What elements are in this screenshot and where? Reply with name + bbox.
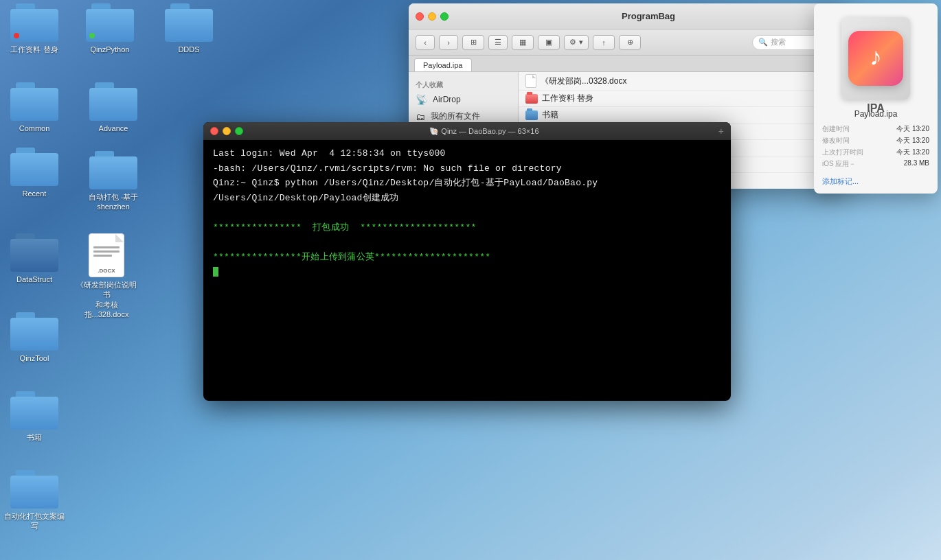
desktop-icon-label: DDDS	[178, 45, 199, 54]
search-placeholder: 搜索	[771, 37, 786, 47]
file-name: 书籍	[542, 109, 558, 121]
terminal-minimize-button[interactable]	[223, 127, 231, 135]
ipa-preview-panel: ♪ IPA Payload.ipa 创建时间 今天 13:20 修改时间 今天 …	[814, 3, 938, 194]
desktop-icon-ddds[interactable]: DDDS	[158, 3, 220, 54]
sidebar-section-label: 个人收藏	[409, 78, 518, 91]
traffic-lights	[416, 12, 449, 21]
ipa-icon-background: ♪	[841, 17, 910, 100]
allfiles-icon: 🗂	[416, 111, 425, 122]
ipa-size-label: iOS 应用－	[822, 159, 856, 169]
terminal-new-tab-button[interactable]: +	[718, 126, 724, 137]
terminal-line: -bash: /Users/Qinz/.rvmi/scripts/rvm: No…	[213, 162, 721, 176]
desktop-icon-label: QinzPython	[91, 45, 130, 54]
folder-icon-autopkg	[89, 151, 137, 189]
list-item[interactable]: 工作资料 替身 ›	[519, 91, 848, 107]
ipa-icon-area: ♪ IPA	[814, 3, 938, 106]
finder-titlebar: ProgramBag	[409, 3, 848, 30]
desktop-icon-autopkg-write[interactable]: 自动化打包文案编写	[3, 470, 65, 531]
terminal-close-button[interactable]	[210, 127, 218, 135]
desktop-icon-label: DataStruct	[16, 275, 52, 284]
music-note-icon: ♪	[870, 43, 882, 71]
action-button[interactable]: ⚙ ▾	[564, 35, 589, 50]
sidebar-item-airdrop[interactable]: 📡 AirDrop	[409, 91, 518, 108]
ipa-modified-value: 今天 13:20	[896, 136, 929, 145]
terminal-body[interactable]: Last login: Wed Apr 4 12:58:34 on ttys00…	[203, 140, 731, 401]
share-button[interactable]: ↑	[593, 35, 615, 50]
folder-icon-recent	[10, 148, 58, 186]
forward-button[interactable]: ›	[439, 35, 458, 50]
fullscreen-button[interactable]	[440, 12, 449, 21]
folder-icon-common	[10, 82, 58, 121]
terminal-fullscreen-button[interactable]	[235, 127, 243, 135]
terminal-tab-icon: 🐚	[429, 127, 441, 135]
close-button[interactable]	[416, 12, 424, 21]
desktop-icon-recent[interactable]: Recent	[3, 148, 65, 198]
desktop-icon-label: Advance	[99, 124, 128, 133]
file-name: 工作资料 替身	[542, 93, 593, 104]
list-item[interactable]: 《研发部岗...0328.docx	[519, 72, 848, 91]
ipa-opened-label: 上次打开时间	[822, 148, 863, 157]
tag-button[interactable]: ⊕	[619, 35, 641, 50]
desktop-icon-docx[interactable]: .DOCX 《研发部岗位说明书和考核指...328.docx	[76, 233, 137, 319]
file-name: 《研发部岗...0328.docx	[541, 75, 626, 87]
desktop-icon-autopkg-shenzhen[interactable]: 自动打包 -基于shenzhen	[82, 151, 144, 212]
ipa-add-tag-button[interactable]: 添加标记...	[814, 176, 938, 187]
music-app-icon: ♪	[848, 31, 903, 86]
folder-icon-work	[10, 3, 58, 42]
desktop-icon-label: 书籍	[27, 432, 42, 442]
terminal-tab: 🐚 Qinz — DaoBao.py — 63×16	[254, 127, 714, 136]
folder-icon-autopkg-write	[10, 470, 58, 509]
sidebar-item-label: AirDrop	[433, 95, 461, 104]
folder-icon-qinzpython	[86, 3, 134, 42]
ipa-type-value: 今天 13:20	[896, 124, 929, 134]
terminal-cursor	[213, 267, 218, 277]
list-view-button[interactable]: ☰	[488, 35, 508, 50]
folder-icon-books	[10, 391, 58, 430]
terminal-window: 🐚 Qinz — DaoBao.py — 63×16 + Last login:…	[203, 122, 731, 401]
cover-flow-button[interactable]: ▣	[538, 35, 560, 50]
desktop-icon-qinzpython[interactable]: QinzPython	[79, 3, 141, 54]
desktop-icon-label: 自动化打包文案编写	[3, 511, 65, 531]
list-item[interactable]: 书籍 ›	[519, 107, 848, 124]
desktop-icon-books[interactable]: 书籍	[3, 391, 65, 442]
folder-icon-qinztool	[10, 312, 58, 351]
desktop-icon-work[interactable]: 工作资料 替身	[3, 3, 65, 54]
minimize-button[interactable]	[428, 12, 436, 21]
terminal-titlebar: 🐚 Qinz — DaoBao.py — 63×16 +	[203, 122, 731, 140]
terminal-traffic-lights	[210, 127, 243, 135]
ipa-modified-row: 修改时间 今天 13:20	[822, 136, 929, 145]
folder-icon-ddds	[165, 3, 213, 42]
ipa-size-value: 28.3 MB	[904, 159, 929, 169]
terminal-upload-line: ****************开始上传到蒲公英****************…	[213, 250, 721, 264]
desktop-icon-common[interactable]: Common	[3, 82, 65, 133]
column-view-button[interactable]: ▦	[512, 35, 534, 50]
desktop-icon-datastruct[interactable]: DataStruct	[3, 233, 65, 284]
finder-title: ProgramBag	[455, 11, 841, 21]
terminal-line: Last login: Wed Apr 4 12:58:34 on ttys00…	[213, 147, 721, 161]
desktop-icon-advance[interactable]: Advance	[82, 82, 144, 133]
doc-icon	[525, 74, 536, 88]
terminal-tab-label: Qinz — DaoBao.py — 63×16	[441, 127, 538, 135]
folder-icon-advance	[89, 82, 137, 121]
folder-icon-datastruct	[10, 233, 58, 272]
view-icon-button[interactable]: ⊞	[462, 35, 484, 50]
desktop-icon-label: 《研发部岗位说明书和考核指...328.docx	[76, 280, 137, 319]
search-icon: 🔍	[758, 38, 768, 47]
terminal-line: /Users/Qinz/Desktop/Payload创建成功	[213, 191, 721, 205]
ipa-modified-label: 修改时间	[822, 136, 850, 145]
ipa-size-row: iOS 应用－ 28.3 MB	[822, 159, 929, 169]
terminal-cursor-line	[213, 265, 721, 279]
terminal-success-line: **************** 打包成功 ******************…	[213, 221, 721, 235]
desktop-icon-label: Recent	[23, 189, 47, 198]
terminal-line	[213, 235, 721, 249]
desktop-icon-qinztool[interactable]: QinzTool	[3, 312, 65, 363]
desktop-icon-label: QinzTool	[20, 353, 49, 363]
ipa-opened-row: 上次打开时间 今天 13:20	[822, 148, 929, 157]
ipa-badge: IPA	[841, 102, 910, 115]
ipa-icon: ♪ IPA	[841, 17, 910, 100]
finder-tab-payload[interactable]: Payload.ipa	[414, 58, 472, 71]
airdrop-icon: 📡	[416, 94, 427, 105]
terminal-line: Qinz:~ Qinz$ python /Users/Qinz/Desktop/…	[213, 176, 721, 190]
ipa-meta: 创建时间 今天 13:20 修改时间 今天 13:20 上次打开时间 今天 13…	[814, 121, 938, 174]
back-button[interactable]: ‹	[416, 35, 435, 50]
